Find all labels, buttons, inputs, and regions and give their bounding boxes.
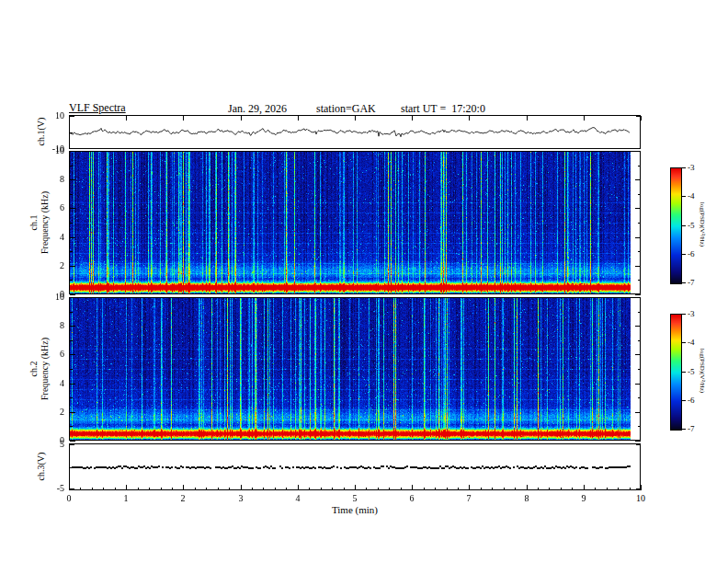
tick-mark <box>70 266 75 267</box>
y-tick-label: 4 <box>48 378 64 388</box>
tick-mark <box>635 237 641 238</box>
y-tick-label: -5 <box>48 483 64 493</box>
tick-mark <box>183 485 184 490</box>
tick-mark <box>138 488 139 490</box>
y-tick-label: 5 <box>48 439 64 449</box>
tick-mark <box>682 429 686 430</box>
figure-title: VLF Spectra <box>69 101 126 115</box>
tick-mark <box>682 282 686 283</box>
tick-mark <box>607 488 608 490</box>
tick-mark <box>70 467 73 468</box>
tick-mark <box>172 488 173 490</box>
x-tick-label: 9 <box>574 493 593 503</box>
tick-mark <box>70 132 73 133</box>
tick-mark <box>218 488 219 490</box>
tick-mark <box>206 488 207 490</box>
tick-mark <box>70 148 74 149</box>
colorbar-tick-label: -5 <box>688 221 704 230</box>
tick-mark <box>682 225 686 226</box>
tick-mark <box>70 237 75 238</box>
y-tick-label: 6 <box>48 349 64 359</box>
ch3-waveform-trace <box>70 444 631 489</box>
tick-mark <box>635 354 641 355</box>
tick-mark <box>635 326 641 327</box>
tick-mark <box>70 441 75 442</box>
tick-mark <box>682 167 686 168</box>
tick-mark <box>638 251 641 252</box>
ch2-axis-frequency: Frequency (kHz) <box>40 295 51 442</box>
x-tick-label: 0 <box>60 493 78 503</box>
y-tick-label: -10 <box>48 144 64 154</box>
tick-mark <box>412 116 413 121</box>
tick-mark <box>636 444 641 445</box>
ch2-colorbar <box>670 314 682 431</box>
tick-mark <box>638 280 641 281</box>
colorbar-tick-label: -7 <box>688 278 704 287</box>
colorbar-tick-label: -7 <box>688 424 704 433</box>
tick-mark <box>70 444 74 445</box>
tick-mark <box>70 251 73 252</box>
y-tick-label: 2 <box>48 407 64 417</box>
tick-mark <box>80 488 81 490</box>
tick-mark <box>252 488 253 490</box>
tick-mark <box>149 488 150 490</box>
tick-mark <box>70 151 75 152</box>
tick-mark <box>70 384 75 385</box>
ch1-frequency-axis-label: ch.1 Frequency (kHz) <box>28 149 52 296</box>
tick-mark <box>635 297 641 298</box>
x-tick-label: 8 <box>518 493 536 503</box>
tick-mark <box>183 116 184 121</box>
tick-mark <box>195 488 196 490</box>
tick-mark <box>638 369 641 370</box>
tick-mark <box>682 342 686 343</box>
tick-mark <box>638 397 641 398</box>
tick-mark <box>682 400 686 401</box>
tick-mark <box>595 488 596 490</box>
tick-mark <box>492 488 493 490</box>
ch1-axis-channel: ch.1 <box>28 149 40 296</box>
ch1-spectrogram-panel <box>69 151 641 294</box>
tick-mark <box>286 488 287 490</box>
ch1-spectrogram <box>70 152 631 293</box>
x-tick-label: 5 <box>346 493 364 503</box>
tick-mark <box>504 488 505 490</box>
tick-mark <box>635 384 641 385</box>
tick-mark <box>584 485 585 490</box>
y-tick-label: 8 <box>48 174 64 184</box>
tick-mark <box>538 488 539 490</box>
tick-mark <box>389 488 390 490</box>
tick-mark <box>70 412 75 413</box>
tick-mark <box>161 488 162 490</box>
tick-mark <box>378 488 379 490</box>
tick-mark <box>549 488 550 490</box>
tick-mark <box>115 488 116 490</box>
tick-mark <box>682 314 686 315</box>
tick-mark <box>70 116 74 117</box>
tick-mark <box>92 488 93 490</box>
y-tick-label: 8 <box>48 320 64 330</box>
tick-mark <box>70 194 73 195</box>
y-tick-label: 6 <box>48 202 64 213</box>
colorbar-tick-label: -4 <box>688 338 704 347</box>
tick-mark <box>241 485 242 490</box>
tick-mark <box>126 116 127 121</box>
ch1-axis-frequency: Frequency (kHz) <box>40 149 51 296</box>
ch2-spectrogram <box>70 298 631 440</box>
y-tick-label: 10 <box>48 110 64 121</box>
figure-station: station=GAK <box>316 102 376 116</box>
tick-mark <box>561 488 562 490</box>
tick-mark <box>309 488 310 490</box>
tick-mark <box>636 116 641 117</box>
tick-mark <box>515 488 516 490</box>
y-tick-label: 2 <box>48 260 64 270</box>
tick-mark <box>70 369 73 370</box>
tick-mark <box>355 116 356 121</box>
tick-mark <box>70 179 75 180</box>
tick-mark <box>424 488 425 490</box>
tick-mark <box>401 488 402 490</box>
time-axis-label: Time (min) <box>309 504 401 515</box>
ch1-waveform-trace <box>70 116 631 148</box>
ch2-axis-channel: ch.2 <box>28 295 40 442</box>
x-tick-label: 4 <box>289 493 307 503</box>
colorbar-tick-label: -3 <box>688 163 704 172</box>
